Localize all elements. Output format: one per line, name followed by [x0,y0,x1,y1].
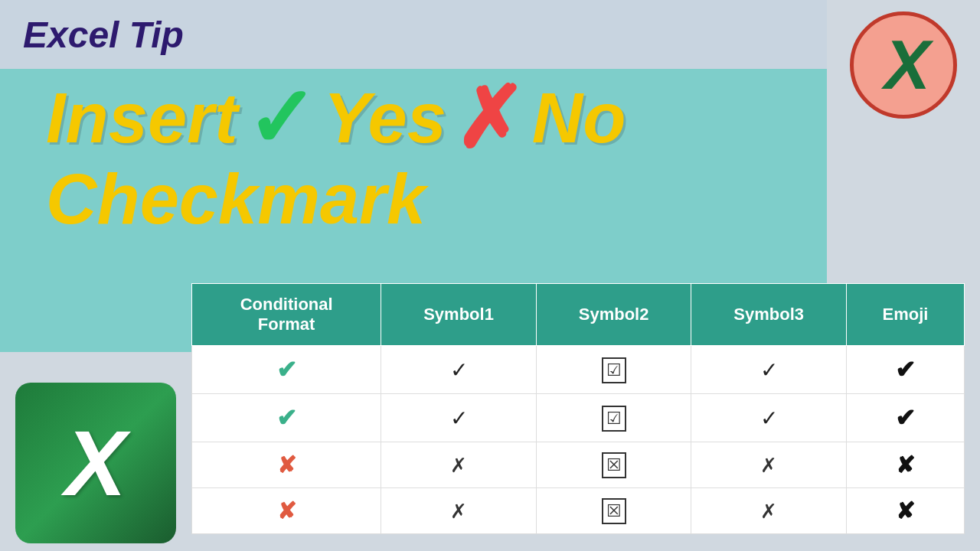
salmon-x-icon-2: ✘ [277,498,296,523]
cell-symbol1-4: ✗ [381,488,537,534]
excel-logo-top: X [850,11,957,119]
cell-symbol1-2: ✓ [381,394,537,442]
table-header-row: ConditionalFormat Symbol1 Symbol2 Symbol… [192,284,965,346]
cell-conditional-2: ✔ [192,394,381,442]
bold-x-icon-2: ✘ [896,498,915,523]
x-icon-4: ✗ [760,500,777,523]
excel-logo-top-icon: X [884,31,923,99]
x-icon: ✗ [450,454,467,477]
cell-conditional-3: ✘ [192,442,381,488]
cell-conditional-4: ✘ [192,488,381,534]
boxed-x-icon: ☒ [602,452,626,478]
col-header-symbol3: Symbol3 [691,284,847,346]
page-title: Excel Tip [23,14,184,56]
insert-text: Insert [46,80,238,157]
cell-symbol3-4: ✗ [691,488,847,534]
col-header-symbol2: Symbol2 [536,284,691,346]
checkmark-text: Checkmark [46,160,426,238]
cell-symbol3-1: ✓ [691,346,847,394]
cell-conditional-1: ✔ [192,346,381,394]
no-text: No [532,80,626,157]
checkmark-green-icon: ✓ [246,77,316,161]
main-content: Insert ✓ Yes ✗ No Checkmark [46,77,626,238]
checkmark-table: ConditionalFormat Symbol1 Symbol2 Symbol… [191,283,965,534]
cell-symbol2-2: ☑ [536,394,691,442]
teal-check-icon: ✔ [276,356,297,383]
salmon-x-icon: ✘ [277,452,296,478]
cell-symbol2-3: ☒ [536,442,691,488]
check-icon-3: ✓ [450,406,468,430]
cell-emoji-3: ✘ [846,442,964,488]
insert-line: Insert ✓ Yes ✗ No [46,77,626,161]
header-bar: Excel Tip [0,0,827,69]
table-row: ✔ ✓ ☑ ✓ ✔ [192,394,965,442]
cell-symbol1-3: ✗ [381,442,537,488]
boxed-check-icon-2: ☑ [602,406,626,432]
table-row: ✔ ✓ ☑ ✓ ✔ [192,346,965,394]
cell-symbol2-1: ☑ [536,346,691,394]
bold-x-icon: ✘ [896,452,915,478]
table-row: ✘ ✗ ☒ ✗ ✘ [192,442,965,488]
x-icon-3: ✗ [450,500,467,523]
cell-symbol3-3: ✗ [691,442,847,488]
x-red-icon: ✗ [454,77,524,161]
bold-check-icon: ✔ [895,356,916,383]
cell-symbol2-4: ☒ [536,488,691,534]
col-header-conditional: ConditionalFormat [192,284,381,346]
cell-symbol1-1: ✓ [381,346,537,394]
data-table-container: ConditionalFormat Symbol1 Symbol2 Symbol… [191,283,965,534]
boxed-x-icon-2: ☒ [602,498,626,524]
checkmark-line: Checkmark [46,161,626,238]
check-icon-4: ✓ [760,406,778,430]
yes-text: Yes [324,80,446,157]
cell-emoji-4: ✘ [846,488,964,534]
check-icon: ✓ [450,358,468,382]
cell-emoji-1: ✔ [846,346,964,394]
check-icon-2: ✓ [760,358,778,382]
teal-check-icon-2: ✔ [276,404,297,432]
excel-logo-bottom: X [15,383,176,543]
cell-symbol3-2: ✓ [691,394,847,442]
bold-check-icon-2: ✔ [895,404,916,432]
boxed-check-icon: ☑ [602,357,626,383]
col-header-emoji: Emoji [846,284,964,346]
excel-logo-bottom-icon: X [65,417,126,509]
table-row: ✘ ✗ ☒ ✗ ✘ [192,488,965,534]
col-header-symbol1: Symbol1 [381,284,537,346]
cell-emoji-2: ✔ [846,394,964,442]
x-icon-2: ✗ [760,454,777,477]
